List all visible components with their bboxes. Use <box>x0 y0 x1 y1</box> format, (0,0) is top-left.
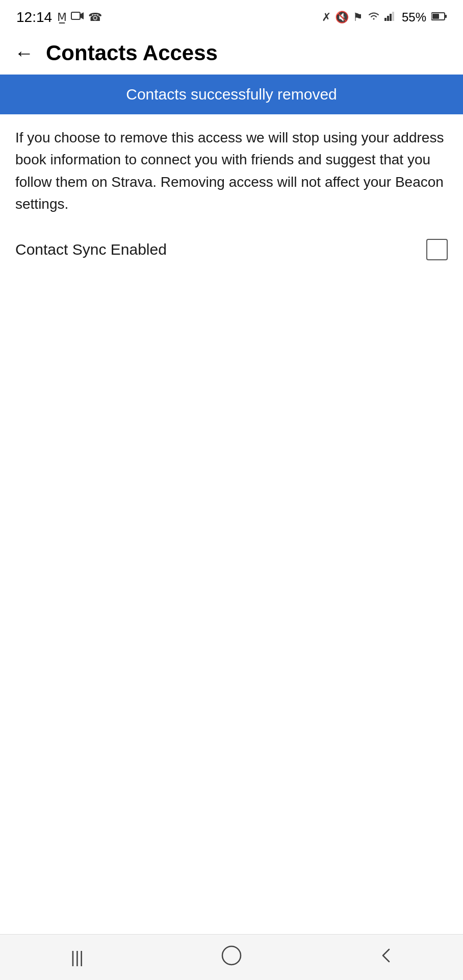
contact-sync-row: Contact Sync Enabled <box>15 234 448 265</box>
home-button[interactable] <box>211 942 252 973</box>
description-text: If you choose to remove this access we w… <box>15 127 448 215</box>
svg-rect-4 <box>390 14 392 21</box>
bluetooth-icon: ✗ <box>322 11 331 24</box>
phone-icon: ☎ <box>88 11 102 24</box>
content-area: If you choose to remove this access we w… <box>0 114 463 265</box>
svg-rect-2 <box>384 18 387 21</box>
wifi-icon <box>367 11 380 24</box>
svg-rect-3 <box>387 16 389 21</box>
success-banner-text: Contacts successfully removed <box>126 86 337 103</box>
status-time: 12:14 <box>16 9 52 26</box>
signal-icon <box>384 11 397 24</box>
camera-icon <box>71 11 84 24</box>
status-right: ✗ 🔇 ⚑ 55% <box>322 10 447 24</box>
svg-marker-1 <box>80 12 84 19</box>
battery-percentage: 55% <box>402 10 426 24</box>
back-nav-icon <box>378 947 394 968</box>
page-title: Contacts Access <box>46 41 218 65</box>
status-icons-left: M̲ ☎ <box>57 11 102 24</box>
back-nav-button[interactable] <box>366 942 406 973</box>
status-icons-right: ✗ 🔇 ⚑ <box>322 11 397 24</box>
svg-rect-7 <box>445 15 447 18</box>
status-bar: 12:14 M̲ ☎ ✗ 🔇 ⚑ <box>0 0 463 32</box>
location-icon: ⚑ <box>353 11 363 24</box>
svg-rect-0 <box>71 12 80 19</box>
gmail-icon: M̲ <box>57 11 67 24</box>
recents-icon: ||| <box>71 948 84 967</box>
svg-rect-9 <box>222 946 241 965</box>
svg-rect-5 <box>392 12 394 21</box>
success-banner: Contacts successfully removed <box>0 75 463 114</box>
svg-rect-8 <box>432 14 439 19</box>
sync-label: Contact Sync Enabled <box>15 241 167 258</box>
bottom-nav: ||| <box>0 934 463 980</box>
home-icon <box>221 945 242 970</box>
mute-icon: 🔇 <box>335 11 349 24</box>
recents-button[interactable]: ||| <box>57 942 97 973</box>
battery-icon <box>431 12 447 23</box>
contact-sync-checkbox[interactable] <box>426 239 448 260</box>
app-bar: ← Contacts Access <box>0 32 463 75</box>
status-left: 12:14 M̲ ☎ <box>16 9 102 26</box>
back-button[interactable]: ← <box>14 43 34 63</box>
